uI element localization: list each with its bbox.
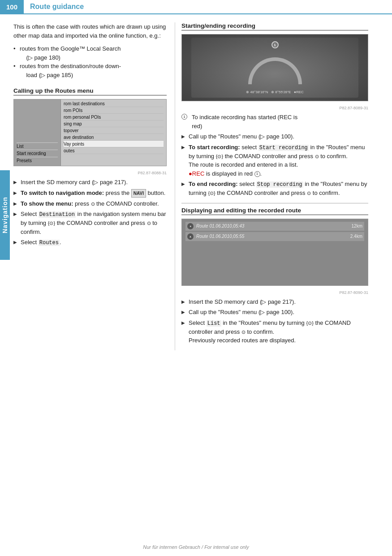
left-column: This is often the case with routes which…	[0, 22, 175, 350]
menu-right-item-5: topover	[64, 127, 164, 134]
footer-watermark: Nur für internen Gebrauch / For internal…	[143, 544, 249, 550]
instr-3: To show the menu: press ⊙ the COMAND con…	[13, 199, 167, 208]
recording-instructions: 1 To indicate recording has started (REC…	[181, 113, 368, 198]
instr-4: Select Destination in the navigation sys…	[13, 210, 167, 236]
side-tab-label: Navigation	[1, 197, 9, 233]
destination-mono: Destination	[39, 211, 76, 218]
route-dist-2: 2.4km	[350, 234, 362, 239]
rec-red: ●REC	[189, 170, 204, 177]
section1-heading: Calling up the Routes menu	[13, 87, 167, 95]
route-row-1: ● Route 01.06.2010,05:43 12km	[185, 222, 364, 231]
bullet-list: routes from the Google™ Local Search (▷ …	[13, 44, 167, 79]
disp-instr-2: Call up the "Routes" menu (▷ page 100).	[181, 308, 368, 317]
menu-right-item-7: Vay points	[64, 141, 164, 147]
instr-5: Select Routes.	[13, 238, 167, 247]
page-title: Route guidance	[24, 0, 90, 13]
menu-right-item-1: rom last destinations	[64, 100, 164, 107]
navi-button: NAVI	[131, 189, 146, 198]
route-name-2: Route 01.06.2010,05:55	[196, 234, 350, 239]
speedometer-arc	[248, 57, 302, 84]
page-number: 100	[0, 0, 24, 13]
nav-screen-screenshot: 1 ⊕ 48°38'16"N ⊕ 8°55'28"E ●REC	[181, 34, 368, 101]
menu-left-panel: List Start recording Presets	[14, 99, 61, 166]
right-column: Starting/ending recording 1 ⊕ 48°38'16"N…	[175, 22, 376, 350]
rec-instr-2: To start recording: select Start record­…	[181, 143, 368, 178]
menu-right-item-6: ave destination	[64, 134, 164, 141]
nav-screen-image: 1 ⊕ 48°38'16"N ⊕ 8°55'28"E ●REC	[182, 34, 368, 101]
menu-right-item-4: sing map	[64, 121, 164, 127]
section-display-heading: Displaying and editing the recorded rout…	[181, 207, 368, 215]
menu-left-item-presets: Presets	[17, 157, 58, 164]
page-header: 100 Route guidance	[0, 0, 392, 14]
instr-1: Insert the SD memory card (▷ page 217).	[13, 178, 167, 187]
rec-instr-1: Call up the "Routes" menu (▷ page 100).	[181, 132, 368, 141]
route-name-1: Route 01.06.2010,05:43	[196, 224, 352, 228]
menu-right-panel: rom last destinations rom POIs rom perso…	[61, 99, 166, 166]
routes-menu-screenshot: List Start recording Presets rom last de…	[13, 99, 167, 166]
section1-instructions: Insert the SD memory card (▷ page 217). …	[13, 178, 167, 247]
nav-screen-inner: 1 ⊕ 48°38'16"N ⊕ 8°55'28"E ●REC	[191, 38, 359, 97]
bullet-item-1: routes from the Google™ Local Search (▷ …	[13, 44, 167, 62]
section-recording-heading: Starting/ending recording	[181, 22, 368, 30]
rec-instr-circle: 1 To indicate recording has started (REC…	[181, 113, 368, 130]
nav-coords: ⊕ 48°38'16"N ⊕ 8°55'28"E ●REC	[246, 90, 304, 94]
circle-num-1: 1	[181, 114, 187, 120]
routes-mono: Routes	[39, 240, 60, 246]
menu-left-item-start: Start recording	[17, 150, 58, 157]
main-content: This is often the case with routes which…	[0, 14, 392, 350]
img-code-2: P82.87-8089-31	[181, 106, 368, 110]
recorded-routes-screenshot: ● Route 01.06.2010,05:43 12km ▲ Route 01…	[181, 219, 368, 286]
navigation-side-tab: Navigation	[0, 170, 10, 260]
menu-left-item-list: List	[17, 142, 58, 150]
route-row-2: ▲ Route 01.06.2010,05:55 2.4km	[185, 232, 364, 241]
disp-instr-3: Select List in the "Routes" menu by turn…	[181, 319, 368, 345]
instr-2: To switch to navigation mode: press the …	[13, 189, 167, 198]
display-instructions: Insert the SD memory card (▷ page 217). …	[181, 297, 368, 345]
route-icon-2: ▲	[187, 233, 194, 240]
intro-paragraph: This is often the case with routes which…	[13, 22, 167, 40]
img-code-1: P82.87-8088-31	[13, 171, 167, 175]
start-recording-mono: Start record­ing	[258, 145, 309, 151]
route-dist-1: 12km	[352, 224, 362, 228]
bullet-item-2: routes from the destination/route down- …	[13, 62, 167, 79]
disp-instr-1: Insert the SD memory card (▷ page 217).	[181, 297, 368, 306]
route-icon-1: ●	[187, 223, 194, 229]
menu-right-item-2: rom POIs	[64, 107, 164, 114]
menu-right-item-3: rom personal POIs	[64, 114, 164, 121]
section-divider	[181, 203, 368, 203]
nav-circle-1: 1	[271, 41, 279, 48]
circle-1-inline: 1	[254, 171, 260, 177]
rec-instr-3: To end recording: select Stop record­ing…	[181, 180, 368, 198]
stop-recording-mono: Stop record­ing	[256, 181, 303, 188]
menu-right-item-8: outes	[64, 147, 164, 154]
recorded-routes-image: ● Route 01.06.2010,05:43 12km ▲ Route 01…	[182, 219, 368, 285]
img-code-3: P82.87-8090-31	[181, 290, 368, 295]
list-mono: List	[207, 320, 221, 327]
routes-menu-image: List Start recording Presets rom last de…	[14, 99, 166, 166]
